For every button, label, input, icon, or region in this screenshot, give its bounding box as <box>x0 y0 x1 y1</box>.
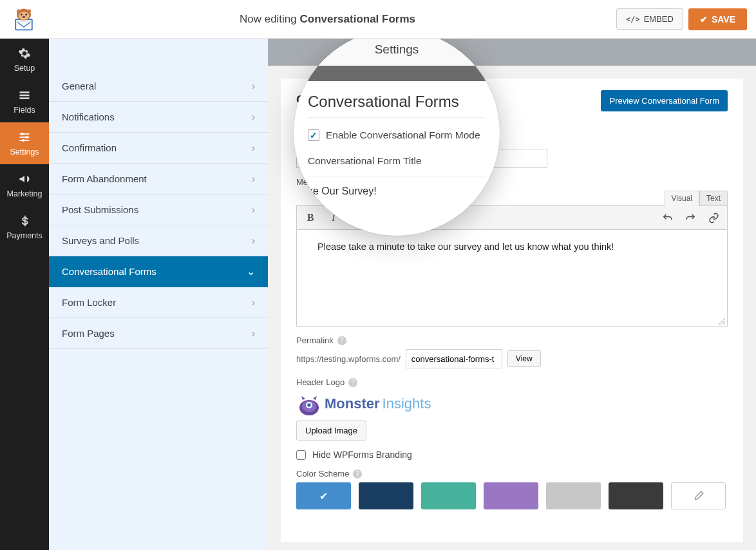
svg-point-16 <box>21 133 24 135</box>
code-icon: </> <box>626 15 640 24</box>
color-scheme-label: Color Scheme ? <box>296 469 728 479</box>
bold-icon[interactable]: B <box>303 211 317 225</box>
color-swatch-4[interactable] <box>484 482 538 509</box>
color-swatch-5[interactable] <box>546 482 601 509</box>
sidebar-item-form-abandonment[interactable]: Form Abandonment› <box>49 164 268 194</box>
svg-point-8 <box>17 9 20 12</box>
rail-payments[interactable]: Payments <box>0 206 49 248</box>
redo-icon[interactable] <box>683 211 697 225</box>
svg-point-9 <box>27 9 30 12</box>
chevron-right-icon: › <box>252 81 255 92</box>
check-icon: ✔ <box>700 14 708 24</box>
sliders-icon <box>17 130 32 144</box>
rail-marketing[interactable]: Marketing <box>0 164 49 206</box>
settings-sidebar: General› Notifications› Confirmation› Fo… <box>49 39 268 550</box>
bullhorn-icon <box>17 172 32 186</box>
chevron-right-icon: › <box>252 111 255 123</box>
mag-checkbox: ✓ <box>308 129 319 141</box>
rail-settings[interactable]: Settings <box>0 122 49 164</box>
sidebar-item-conversational-forms[interactable]: Conversational Forms⌄ <box>49 256 268 287</box>
sidebar-item-confirmation[interactable]: Confirmation› <box>49 133 268 164</box>
chevron-down-icon: ⌄ <box>247 265 255 278</box>
nav-rail: Setup Fields Settings Marketing Payments <box>0 39 49 550</box>
hide-branding-label: Hide WPForms Branding <box>312 450 412 460</box>
svg-rect-12 <box>20 97 30 99</box>
wpforms-logo <box>9 5 39 34</box>
color-swatch-1[interactable]: ✔ <box>296 482 351 509</box>
resize-handle-icon[interactable] <box>718 317 726 325</box>
magnifier-overlay: Settings Conversational Forms ✓ Enable C… <box>294 39 500 236</box>
svg-point-35 <box>308 404 310 406</box>
svg-point-4 <box>19 12 29 20</box>
svg-point-17 <box>25 136 28 138</box>
sidebar-item-general[interactable]: General› <box>49 71 268 102</box>
save-button[interactable]: ✔ SAVE <box>688 8 747 30</box>
help-icon[interactable]: ? <box>337 336 346 345</box>
chevron-right-icon: › <box>252 204 255 216</box>
sidebar-item-notifications[interactable]: Notifications› <box>49 102 268 133</box>
sidebar-item-form-pages[interactable]: Form Pages› <box>49 318 268 349</box>
color-swatch-6[interactable] <box>609 482 663 509</box>
gear-icon <box>17 46 32 61</box>
chevron-right-icon: › <box>252 142 255 154</box>
help-icon[interactable]: ? <box>348 378 357 387</box>
main-area: Preview Conversational Form C Enable Con… <box>268 39 756 550</box>
chevron-right-icon: › <box>252 235 255 247</box>
undo-icon[interactable] <box>660 211 674 225</box>
hide-branding-checkbox[interactable] <box>296 450 306 460</box>
mag-enable-label: Enable Conversational Form Mode <box>326 129 480 141</box>
rail-setup[interactable]: Setup <box>0 39 49 81</box>
chevron-right-icon: › <box>252 328 255 339</box>
color-swatch-2[interactable] <box>359 482 413 509</box>
hide-branding-row: Hide WPForms Branding <box>296 450 728 460</box>
sidebar-item-post-submissions[interactable]: Post Submissions› <box>49 194 268 225</box>
color-swatch-custom[interactable] <box>671 482 726 509</box>
svg-point-5 <box>21 14 23 15</box>
editor-tab-visual[interactable]: Visual <box>665 191 699 206</box>
top-bar: Now editing Conversational Forms </> EMB… <box>0 0 756 39</box>
editor-tab-text[interactable]: Text <box>699 191 728 206</box>
list-icon <box>17 88 32 102</box>
editing-title: Now editing Conversational Forms <box>39 13 616 26</box>
permalink-label: Permalink ? <box>296 336 728 345</box>
color-swatch-3[interactable] <box>421 482 476 509</box>
permalink-base: https://testing.wpforms.com/ <box>296 354 401 364</box>
header-logo-preview: MonsterInsights <box>296 391 728 417</box>
preview-button[interactable]: Preview Conversational Form <box>601 90 728 111</box>
svg-rect-10 <box>20 91 30 93</box>
view-button[interactable]: View <box>507 350 541 367</box>
sidebar-item-form-locker[interactable]: Form Locker› <box>49 287 268 318</box>
sidebar-item-surveys-polls[interactable]: Surveys and Polls› <box>49 225 268 256</box>
help-icon[interactable]: ? <box>353 469 362 479</box>
svg-point-6 <box>25 14 27 15</box>
rail-fields[interactable]: Fields <box>0 81 49 122</box>
chevron-right-icon: › <box>252 173 255 185</box>
svg-point-7 <box>23 15 26 17</box>
color-swatches: ✔ <box>296 482 728 509</box>
upload-image-button[interactable]: Upload Image <box>296 421 366 441</box>
link-icon[interactable] <box>706 211 721 225</box>
message-editor[interactable]: Please take a minute to take our survey … <box>296 230 728 327</box>
mag-title-value: ke Our Survey! <box>308 185 486 197</box>
dollar-icon <box>17 214 32 228</box>
embed-button[interactable]: </> EMBED <box>616 8 683 30</box>
mag-title-label: Conversational Form Title <box>308 155 486 176</box>
permalink-slug-input[interactable] <box>406 349 502 368</box>
mag-heading: Conversational Forms <box>308 93 486 111</box>
chevron-right-icon: › <box>252 297 255 308</box>
svg-rect-11 <box>20 95 30 97</box>
svg-point-18 <box>22 139 24 142</box>
header-logo-label: Header Logo ? <box>296 377 728 387</box>
